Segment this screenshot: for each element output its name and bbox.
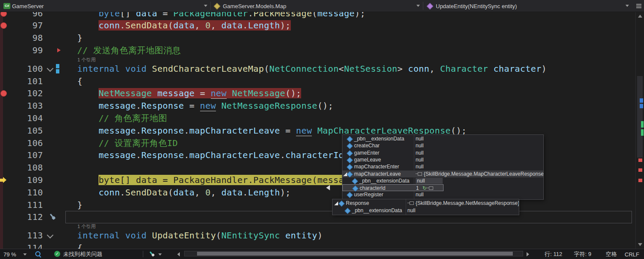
code-line[interactable]: } [56, 199, 83, 211]
project-dropdown[interactable]: C# GameServer [0, 0, 210, 12]
value-text: {SkillBridge.Message.MapCharacterLeaveRe… [424, 171, 544, 177]
code-line[interactable]: message.Response.mapCharacterLeave.chara… [56, 149, 355, 161]
datatip-row[interactable]: characterId1↻ [342, 184, 444, 191]
eol-indicator[interactable]: CRLF [625, 251, 639, 257]
code-token: data [136, 12, 157, 18]
code-line[interactable]: { [56, 242, 83, 249]
code-line[interactable]: byte[] data = PackageHandler.PackMessage… [56, 12, 365, 19]
datatip-row[interactable]: gameEnternull [342, 149, 543, 156]
breakpoint-icon[interactable] [0, 22, 7, 29]
datatip-row[interactable]: mapCharacterEnternull [342, 163, 543, 170]
code-line[interactable]: // 设置离开角色ID [56, 137, 178, 149]
magnifier-icon[interactable] [35, 251, 41, 257]
zoom-level[interactable]: 79 % [3, 251, 16, 257]
collapse-chevron-icon[interactable] [47, 232, 54, 239]
breakpoint-icon[interactable] [0, 90, 7, 97]
line-number: 103 [13, 100, 43, 112]
code-token: = [184, 101, 200, 111]
spaces-indicator[interactable]: 空格 [606, 250, 617, 258]
quick-actions-icon[interactable] [48, 212, 58, 222]
value-text: {SkillBridge.Message.NetMessageResponse} [416, 200, 519, 206]
code-line[interactable]: byte[] data = PackageHandler.PackMessage… [56, 174, 365, 186]
horizontal-scrollbar-thumb[interactable] [197, 252, 513, 256]
indent [56, 175, 99, 185]
pin-icon[interactable] [427, 186, 433, 190]
current-statement-arrow-icon[interactable] [0, 177, 7, 183]
code-line[interactable]: internal void UpdateEntity(NEntitySync e… [56, 229, 323, 242]
member-name: Response [346, 200, 369, 206]
code-line[interactable]: NetMessage message = new NetMessage(); [56, 87, 301, 100]
tools-caret-icon[interactable] [158, 253, 162, 256]
vertical-scrollbar-thumb[interactable] [637, 76, 643, 158]
line-highlight: byte[] data = PackageHandler.PackMessage… [99, 175, 365, 185]
breakpoint-icon[interactable] [0, 12, 7, 17]
code-line[interactable]: conn.SendData(data, 0, data.Length); [56, 19, 291, 32]
type-dropdown[interactable]: GameServer.Models.Map [211, 0, 422, 12]
line-number: 108 [13, 161, 43, 174]
pin-icon[interactable] [407, 201, 414, 205]
code-token: UpdateEntity [152, 230, 216, 241]
line-highlight: conn.SendData(data, 0, data.Length); [99, 20, 291, 30]
line-number: 98 [13, 32, 43, 44]
codelens-link[interactable]: 1 个引用 [77, 57, 96, 63]
field-icon [347, 136, 353, 142]
code-line[interactable]: message.Response = new NetMessageRespons… [56, 100, 333, 112]
horizontal-scrollbar[interactable] [184, 251, 523, 256]
line-number: 105 [13, 125, 43, 137]
code-token: , [194, 20, 205, 30]
vertical-scrollbar[interactable] [635, 12, 644, 249]
scroll-down-arrow-icon[interactable] [638, 243, 642, 246]
member-name: characterId [360, 185, 385, 191]
datatip-row[interactable]: mapCharacterLeave{SkillBridge.Message.Ma… [342, 171, 543, 177]
datatip-row[interactable]: _pbn__extensionDatanull [333, 207, 519, 214]
hscroll-left-arrow-icon[interactable] [177, 252, 180, 256]
member-value: null [416, 178, 443, 184]
member-value: {SkillBridge.Message.NetMessageResponse} [407, 200, 519, 206]
code-line[interactable]: // 角色离开地图 [56, 112, 167, 125]
breakpoint-margin[interactable] [0, 12, 3, 249]
code-line[interactable]: internal void SendCharacterLeaveMap(NetC… [56, 63, 547, 75]
code-token: (); [285, 88, 301, 98]
datatip-row[interactable]: gameLeavenull [342, 156, 543, 163]
code-token: mapCharacterLeave [189, 125, 280, 136]
datatip-row[interactable]: _pbn__extensionDatanull [342, 177, 543, 184]
code-token [280, 230, 285, 241]
editor[interactable]: _pbn__extensionDatanullcreateCharnullgam… [0, 12, 635, 249]
member-value: null [416, 136, 424, 142]
code-token: . [136, 101, 141, 111]
datatip-row[interactable]: createCharnull [342, 142, 543, 149]
refresh-icon[interactable]: ↻ [422, 185, 427, 191]
code-line[interactable]: } [56, 32, 83, 44]
code-line[interactable]: { [56, 75, 83, 88]
member-dropdown[interactable]: UpdateEntity(NEntitySync entity) [423, 0, 632, 12]
field-icon [347, 150, 353, 156]
code-line[interactable]: conn.SendData(data, 0, data.Length); [56, 186, 291, 199]
char-indicator[interactable]: 字符: 9 [574, 250, 591, 258]
collapse-chevron-icon[interactable] [47, 65, 54, 72]
code-line[interactable]: // 发送角色离开地图消息 [56, 44, 181, 57]
zoom-caret-icon[interactable] [23, 253, 27, 256]
field-icon [347, 164, 353, 170]
code-token: characterId [285, 150, 344, 160]
health-text[interactable]: 未找到相关问题 [63, 250, 102, 258]
datatip-row[interactable]: Response{SkillBridge.Message.NetMessageR… [333, 200, 519, 207]
code-token: internal [77, 64, 120, 74]
datatip-row[interactable]: userRegisternull [342, 191, 543, 198]
scroll-up-arrow-icon[interactable] [638, 15, 642, 18]
health-check-icon[interactable] [54, 251, 60, 257]
tools-icon[interactable] [148, 250, 156, 259]
code-token: message [99, 101, 136, 111]
navbar-settings-icon[interactable] [636, 6, 641, 6]
line-number: 97 [13, 19, 43, 32]
datatip-collapse-icon[interactable] [326, 185, 330, 190]
hscroll-right-arrow-icon[interactable] [527, 252, 529, 256]
indent [56, 64, 77, 74]
expander-icon[interactable] [334, 201, 338, 205]
indent [56, 243, 77, 249]
code-token: new [296, 125, 312, 136]
line-indicator[interactable]: 行: 112 [545, 250, 562, 258]
code-token: . [120, 20, 125, 30]
codelens-link[interactable]: 1 个引用 [77, 223, 96, 229]
datatip-row[interactable]: _pbn__extensionDatanull [342, 135, 543, 142]
pin-icon[interactable] [416, 172, 422, 176]
